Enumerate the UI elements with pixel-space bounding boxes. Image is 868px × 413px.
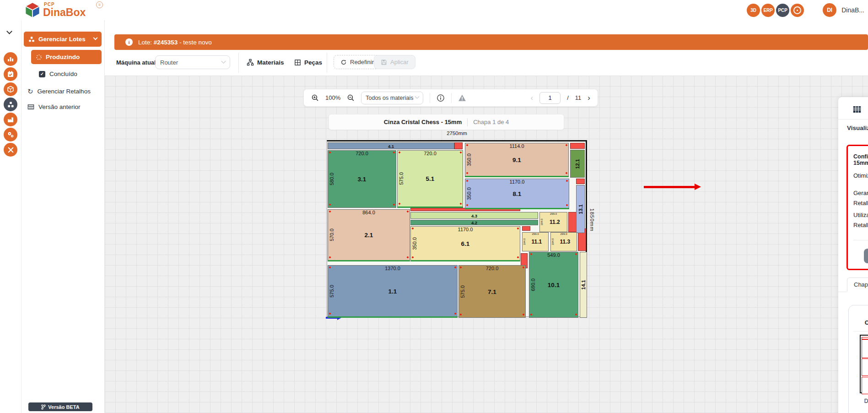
sheet-piece[interactable]: 1170.0350.06.1 — [410, 226, 520, 261]
menu-collapse-icon[interactable]: ≡ — [96, 1, 103, 8]
offcut-filler — [454, 142, 463, 149]
table-view-icon[interactable] — [852, 105, 862, 114]
gears-icon[interactable] — [4, 128, 17, 141]
sheet-piece[interactable]: 4.1 — [328, 142, 454, 149]
undo-icon — [340, 59, 347, 65]
apply-button[interactable]: Aplicar — [374, 55, 415, 69]
lote-id: #245353 — [154, 39, 178, 46]
info-icon[interactable] — [437, 94, 445, 102]
piece-width-label: 1114.0 — [465, 143, 568, 149]
machine-label: Máquina atual: — [116, 59, 158, 66]
page-input[interactable] — [539, 92, 561, 104]
next-page-button[interactable]: › — [588, 94, 590, 102]
box-icon[interactable] — [4, 82, 17, 96]
lote-banner: i Lote: #245353 - teste novo — [114, 34, 868, 50]
sheet-piece[interactable]: 299.0194.011.1 — [522, 232, 549, 251]
sheet-piece[interactable]: 4.2 — [410, 220, 538, 225]
banner-text: Lote: #245353 - teste novo — [138, 39, 212, 46]
sheet-optimization: Otimização: Automático — [849, 408, 868, 413]
config-box: Configurações: Cinza Cristal Chess 15mm … — [846, 145, 868, 270]
piece-height-label: 575.0 — [399, 172, 404, 185]
piece-height-label: 690.0 — [530, 278, 536, 291]
sheet-card[interactable]: Nº 1 Cinza Cristal Chess - 15mm Dimensõe… — [848, 305, 868, 413]
badge-3d[interactable]: 3D — [747, 4, 760, 17]
thumbnail-piece — [862, 337, 868, 339]
layout-canvas[interactable]: 100% Todos os materiais ‹ / 11 › Cinza C… — [105, 76, 868, 413]
badge-erp[interactable]: ERP — [761, 4, 775, 17]
sheet-piece[interactable]: 720.0575.05.1 — [397, 150, 463, 208]
cube-logo-icon — [24, 1, 41, 19]
piece-width-label: 720.0 — [459, 266, 525, 271]
materials-button[interactable]: Materiais — [247, 56, 284, 68]
sheet-piece[interactable]: 299.0194.011.3 — [550, 232, 577, 251]
divider — [327, 53, 327, 73]
sheet-piece[interactable]: 720.0580.03.1 — [328, 150, 396, 208]
piece-width-label: 299.0 — [551, 233, 577, 235]
user-name[interactable]: DinaB... — [841, 6, 864, 14]
zoom-in-icon[interactable] — [311, 94, 319, 102]
piece-width-label: 720.0 — [328, 151, 396, 156]
sheet-piece[interactable]: 1370.0575.01.1 — [328, 265, 458, 318]
machine-toolbar: Máquina atual: Router Materiais Peças Re… — [105, 50, 868, 76]
piece-width-label: 299.0 — [540, 212, 567, 215]
beta-version-button[interactable]: Versão BETA — [28, 402, 92, 411]
sheet-piece[interactable]: 4.3 — [410, 212, 538, 219]
calendar-check-icon[interactable] — [4, 67, 17, 81]
machine-select[interactable]: Router — [155, 55, 230, 69]
sheet-piece[interactable]: 299.0194.011.2 — [539, 212, 567, 232]
sheet-width-label: 2750mm — [327, 130, 587, 136]
thumbnail-inner — [862, 337, 868, 391]
checkbox-icon: ✓ — [39, 71, 45, 77]
panel-icon-row — [838, 102, 868, 117]
sidebar-item-gerenciar-lotes[interactable]: Gerenciar Lotes — [24, 32, 102, 47]
piece-id-label: 4.1 — [388, 143, 394, 148]
icon-rail — [0, 20, 22, 413]
tools-icon[interactable] — [4, 143, 17, 157]
sheet-piece[interactable]: 14.1 — [580, 252, 587, 318]
zoom-out-icon[interactable] — [347, 94, 355, 102]
badge-pcp[interactable]: PCP — [776, 4, 789, 17]
beta-label: Versão BETA — [48, 404, 79, 410]
divider — [451, 93, 452, 103]
sheet-piece[interactable]: 1114.0350.09.1 — [465, 143, 569, 177]
sheet-piece[interactable]: 1170.0350.08.1 — [465, 179, 569, 209]
divider — [853, 240, 868, 240]
sidebar-item-gerenciar-retalhos[interactable]: ↻ Gerenciar Retalhos — [27, 88, 91, 95]
page-total: 11 — [575, 94, 582, 101]
app-logo[interactable]: PCP DinaBox — [24, 1, 86, 19]
factory-icon[interactable] — [4, 113, 17, 126]
sheet-piece[interactable]: 720.0575.07.1 — [458, 265, 526, 318]
generate-offcuts-label: GerarRetalhos? — [853, 188, 868, 208]
chevron-down-icon[interactable] — [6, 28, 12, 34]
tab-chapas[interactable]: Chapas 9 — [847, 277, 868, 292]
sheet-piece[interactable]: 13.1 — [576, 185, 585, 233]
sheet-thumbnail[interactable] — [860, 335, 868, 393]
sheet[interactable]: 4.1720.0580.03.1720.0575.05.11114.0350.0… — [327, 140, 587, 317]
sheet-piece[interactable]: 549.0690.010.1 — [529, 252, 578, 318]
sidebar-item-produzindo[interactable]: Produzindo — [31, 50, 102, 64]
sheet-piece[interactable]: 12.1 — [570, 150, 585, 178]
piece-height-label: 580.0 — [329, 173, 334, 185]
bullseye-icon[interactable] — [791, 4, 804, 17]
prev-page-button[interactable]: ‹ — [531, 94, 534, 102]
lotes-icon[interactable] — [4, 98, 17, 111]
warning-icon[interactable] — [458, 94, 466, 102]
sheet-piece[interactable]: 864.0570.02.1 — [328, 209, 410, 261]
sidebar-item-versao-anterior[interactable]: Versão anterior — [27, 103, 81, 110]
material-filter-select[interactable]: Todos os materiais — [361, 92, 423, 104]
divider — [238, 53, 239, 73]
canvas-toolbar: 100% Todos os materiais ‹ / 11 › — [303, 89, 598, 107]
zoom-level: 100% — [325, 94, 340, 101]
pieces-button[interactable]: Peças — [294, 56, 322, 68]
chart-icon[interactable] — [4, 52, 17, 66]
sidebar-item-concluido[interactable]: ✓ Concluído — [39, 71, 77, 77]
piece-id-label: 9.1 — [512, 156, 521, 163]
user-avatar[interactable]: DI — [823, 3, 836, 17]
right-panel: Visualização das chapas Configurações: C… — [838, 97, 868, 413]
apply-config-button[interactable]: Aplicar Configurações — [864, 249, 868, 263]
thumbnail-piece — [862, 339, 868, 358]
main-area: i Lote: #245353 - teste novo Máquina atu… — [105, 20, 868, 413]
recycle-icon: ↻ — [27, 88, 33, 95]
divider — [838, 119, 868, 120]
offcut-filler — [522, 226, 530, 231]
